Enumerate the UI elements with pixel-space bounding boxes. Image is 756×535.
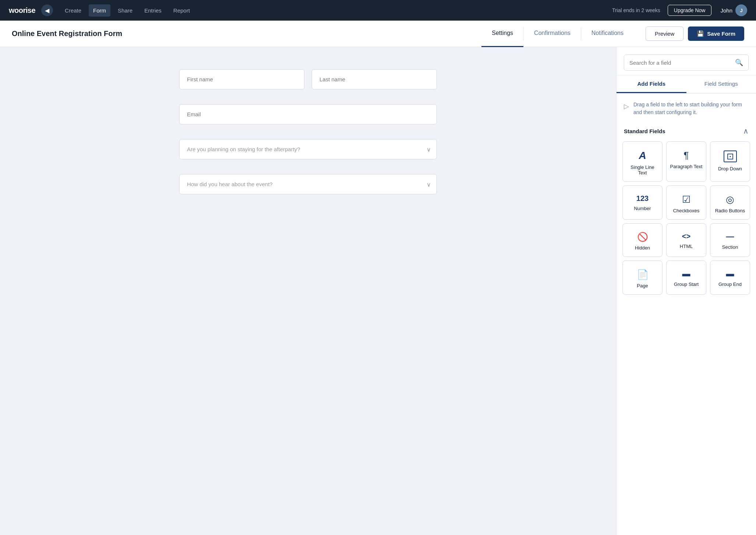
form-title: Online Event Registration Form — [12, 29, 481, 38]
group-end-label: Group End — [718, 281, 742, 287]
single-line-text-icon: A — [639, 150, 646, 161]
checkboxes-label: Checkboxes — [673, 208, 700, 213]
fields-grid: A Single Line Text ¶ Paragraph Text ⊡ Dr… — [622, 141, 750, 295]
page-icon: 📄 — [637, 270, 649, 279]
preview-button[interactable]: Preview — [646, 26, 683, 41]
save-icon: 💾 — [697, 30, 704, 37]
nav-entries[interactable]: Entries — [140, 4, 166, 17]
tab-settings[interactable]: Settings — [481, 21, 523, 47]
section-label: Section — [722, 244, 738, 250]
cursor-icon: ▷ — [624, 102, 629, 111]
drag-hint-text: Drag a field to the left to start buildi… — [633, 101, 749, 116]
tab-field-settings[interactable]: Field Settings — [686, 75, 756, 93]
fields-section-header: Standard Fields ∧ — [622, 124, 750, 141]
collapse-icon[interactable]: ∧ — [743, 127, 749, 135]
field-card-radio-buttons[interactable]: ◎ Radio Buttons — [710, 185, 750, 220]
header-bar: Online Event Registration Form Settings … — [0, 21, 756, 47]
search-icon: 🔍 — [735, 59, 743, 67]
field-card-page[interactable]: 📄 Page — [622, 261, 663, 295]
last-name-field[interactable] — [312, 69, 437, 89]
nav-share[interactable]: Share — [113, 4, 137, 17]
number-icon: 123 — [636, 195, 649, 202]
tab-add-fields[interactable]: Add Fields — [617, 75, 686, 93]
save-button[interactable]: 💾 Save Form — [688, 26, 744, 41]
top-navigation: woorise ◀ Create Form Share Entries Repo… — [0, 0, 756, 21]
group-end-icon: ▬ — [726, 270, 734, 278]
search-input[interactable] — [629, 60, 731, 66]
nav-report[interactable]: Report — [169, 4, 194, 17]
upgrade-button[interactable]: Upgrade Now — [668, 5, 712, 16]
first-name-field[interactable] — [179, 69, 304, 89]
afterparty-row: Are you planning on staying for the afte… — [179, 139, 437, 159]
hidden-icon: 🚫 — [637, 233, 648, 241]
hidden-label: Hidden — [635, 245, 650, 251]
tab-confirmations[interactable]: Confirmations — [524, 21, 581, 47]
field-card-checkboxes[interactable]: ☑ Checkboxes — [666, 185, 706, 220]
field-card-group-end[interactable]: ▬ Group End — [710, 261, 750, 295]
tab-notifications[interactable]: Notifications — [581, 21, 634, 47]
checkboxes-icon: ☑ — [682, 195, 690, 204]
html-label: HTML — [680, 244, 693, 249]
field-card-drop-down[interactable]: ⊡ Drop Down — [710, 141, 750, 182]
email-row — [179, 104, 437, 124]
avatar: J — [735, 4, 747, 16]
user-menu[interactable]: John J — [720, 4, 747, 16]
header-actions: Preview 💾 Save Form — [646, 26, 744, 41]
group-start-label: Group Start — [674, 281, 699, 287]
form-inner: Are you planning on staying for the afte… — [179, 69, 437, 194]
search-wrapper: 🔍 — [617, 47, 756, 75]
drop-down-icon: ⊡ — [724, 150, 737, 162]
right-panel: 🔍 Add Fields Field Settings ▷ Drag a fie… — [616, 47, 756, 535]
field-card-html[interactable]: <> HTML — [666, 223, 706, 257]
drag-hint: ▷ Drag a field to the left to start buil… — [617, 93, 756, 119]
form-canvas: Are you planning on staying for the afte… — [0, 47, 616, 535]
name-row — [179, 69, 437, 89]
back-button[interactable]: ◀ — [41, 4, 53, 16]
header-tabs: Settings Confirmations Notifications — [481, 21, 634, 47]
paragraph-text-label: Paragraph Text — [670, 164, 703, 169]
fields-section-title: Standard Fields — [624, 128, 665, 134]
page-label: Page — [637, 283, 648, 288]
email-field[interactable] — [179, 104, 437, 124]
field-card-group-start[interactable]: ▬ Group Start — [666, 261, 706, 295]
html-icon: <> — [682, 233, 690, 240]
save-label: Save Form — [707, 31, 735, 37]
radio-buttons-label: Radio Buttons — [715, 208, 745, 213]
search-input-wrap: 🔍 — [624, 54, 749, 71]
heardabout-row: How did you hear about the event? ∨ — [179, 174, 437, 194]
panel-tabs: Add Fields Field Settings — [617, 75, 756, 93]
heardabout-select[interactable]: How did you hear about the event? — [179, 174, 437, 194]
number-label: Number — [634, 206, 651, 211]
paragraph-text-icon: ¶ — [684, 150, 689, 160]
group-start-icon: ▬ — [682, 270, 690, 278]
single-line-text-label: Single Line Text — [626, 164, 659, 176]
field-card-hidden[interactable]: 🚫 Hidden — [622, 223, 663, 257]
logo: woorise — [9, 6, 35, 15]
section-icon: — — [726, 233, 734, 241]
user-name: John — [720, 7, 732, 14]
drop-down-label: Drop Down — [718, 166, 742, 171]
nav-create[interactable]: Create — [60, 4, 86, 17]
field-card-number[interactable]: 123 Number — [622, 185, 663, 220]
trial-text: Trial ends in 2 weeks — [612, 7, 660, 13]
field-card-section[interactable]: — Section — [710, 223, 750, 257]
field-card-single-line-text[interactable]: A Single Line Text — [622, 141, 663, 182]
afterparty-select[interactable]: Are you planning on staying for the afte… — [179, 139, 437, 159]
standard-fields-section: Standard Fields ∧ A Single Line Text ¶ P… — [617, 119, 756, 301]
field-card-paragraph-text[interactable]: ¶ Paragraph Text — [666, 141, 706, 182]
nav-form[interactable]: Form — [89, 4, 110, 17]
radio-buttons-icon: ◎ — [726, 195, 734, 204]
main-layout: Are you planning on staying for the afte… — [0, 47, 756, 535]
